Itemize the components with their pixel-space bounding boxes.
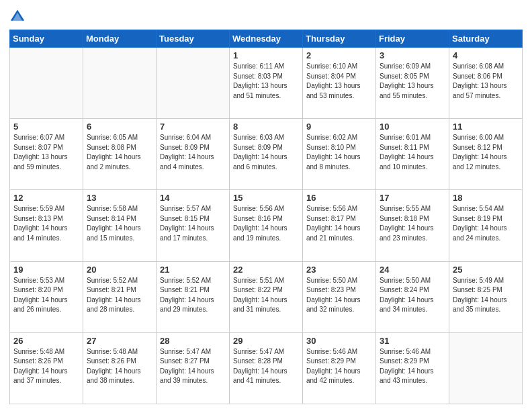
day-info: Sunrise: 6:01 AM Sunset: 8:11 PM Dayligh… xyxy=(380,133,445,172)
day-info: Sunrise: 5:56 AM Sunset: 8:17 PM Dayligh… xyxy=(306,204,372,243)
day-info: Sunrise: 5:49 AM Sunset: 8:25 PM Dayligh… xyxy=(453,276,519,315)
day-number: 3 xyxy=(380,50,445,60)
calendar-cell: 30Sunrise: 5:46 AM Sunset: 8:29 PM Dayli… xyxy=(303,332,376,404)
day-number: 26 xyxy=(13,336,79,346)
day-info: Sunrise: 5:52 AM Sunset: 8:21 PM Dayligh… xyxy=(160,276,226,315)
day-number: 27 xyxy=(87,336,152,346)
calendar-cell: 10Sunrise: 6:01 AM Sunset: 8:11 PM Dayli… xyxy=(376,119,449,190)
calendar-body: 1Sunrise: 6:11 AM Sunset: 8:03 PM Daylig… xyxy=(10,48,523,404)
day-number: 12 xyxy=(13,193,79,203)
calendar-table: SundayMondayTuesdayWednesdayThursdayFrid… xyxy=(9,30,523,404)
day-info: Sunrise: 5:56 AM Sunset: 8:16 PM Dayligh… xyxy=(233,204,299,243)
calendar-cell: 5Sunrise: 6:07 AM Sunset: 8:07 PM Daylig… xyxy=(10,119,83,190)
calendar-week-2: 5Sunrise: 6:07 AM Sunset: 8:07 PM Daylig… xyxy=(10,119,523,190)
day-info: Sunrise: 5:58 AM Sunset: 8:14 PM Dayligh… xyxy=(87,204,152,243)
day-number: 7 xyxy=(160,122,226,132)
day-info: Sunrise: 6:02 AM Sunset: 8:10 PM Dayligh… xyxy=(306,133,372,172)
day-number: 9 xyxy=(306,122,372,132)
day-info: Sunrise: 6:11 AM Sunset: 8:03 PM Dayligh… xyxy=(233,62,299,101)
calendar-cell: 3Sunrise: 6:09 AM Sunset: 8:05 PM Daylig… xyxy=(376,48,449,119)
day-info: Sunrise: 6:10 AM Sunset: 8:04 PM Dayligh… xyxy=(306,62,372,101)
calendar-cell: 26Sunrise: 5:48 AM Sunset: 8:26 PM Dayli… xyxy=(10,332,83,404)
day-info: Sunrise: 5:50 AM Sunset: 8:23 PM Dayligh… xyxy=(306,276,372,315)
day-info: Sunrise: 5:59 AM Sunset: 8:13 PM Dayligh… xyxy=(13,204,79,243)
day-info: Sunrise: 6:00 AM Sunset: 8:12 PM Dayligh… xyxy=(453,133,519,172)
day-number: 23 xyxy=(306,265,372,275)
calendar-week-1: 1Sunrise: 6:11 AM Sunset: 8:03 PM Daylig… xyxy=(10,48,523,119)
day-number: 6 xyxy=(87,122,152,132)
calendar-cell: 25Sunrise: 5:49 AM Sunset: 8:25 PM Dayli… xyxy=(449,261,523,332)
day-number: 5 xyxy=(13,122,79,132)
day-info: Sunrise: 5:52 AM Sunset: 8:21 PM Dayligh… xyxy=(87,276,152,315)
day-number: 11 xyxy=(453,122,519,132)
header xyxy=(9,8,523,24)
day-number: 29 xyxy=(233,336,299,346)
day-info: Sunrise: 5:46 AM Sunset: 8:29 PM Dayligh… xyxy=(306,347,372,386)
calendar-cell: 24Sunrise: 5:50 AM Sunset: 8:24 PM Dayli… xyxy=(376,261,449,332)
calendar-cell: 17Sunrise: 5:55 AM Sunset: 8:18 PM Dayli… xyxy=(376,190,449,261)
calendar-cell xyxy=(83,48,157,119)
day-number: 18 xyxy=(453,193,519,203)
page: SundayMondayTuesdayWednesdayThursdayFrid… xyxy=(0,0,532,411)
calendar-cell xyxy=(449,332,523,404)
calendar-week-5: 26Sunrise: 5:48 AM Sunset: 8:26 PM Dayli… xyxy=(10,332,523,404)
calendar-cell: 23Sunrise: 5:50 AM Sunset: 8:23 PM Dayli… xyxy=(303,261,376,332)
day-info: Sunrise: 5:48 AM Sunset: 8:26 PM Dayligh… xyxy=(87,347,152,386)
day-number: 25 xyxy=(453,265,519,275)
day-number: 4 xyxy=(453,50,519,60)
day-number: 15 xyxy=(233,193,299,203)
calendar-cell: 13Sunrise: 5:58 AM Sunset: 8:14 PM Dayli… xyxy=(83,190,157,261)
day-info: Sunrise: 5:57 AM Sunset: 8:15 PM Dayligh… xyxy=(160,204,226,243)
calendar-cell: 21Sunrise: 5:52 AM Sunset: 8:21 PM Dayli… xyxy=(157,261,230,332)
day-number: 28 xyxy=(160,336,226,346)
calendar-cell: 8Sunrise: 6:03 AM Sunset: 8:09 PM Daylig… xyxy=(230,119,303,190)
day-number: 17 xyxy=(380,193,445,203)
dow-header-monday: Monday xyxy=(83,30,157,48)
day-info: Sunrise: 5:46 AM Sunset: 8:29 PM Dayligh… xyxy=(380,347,445,386)
day-number: 31 xyxy=(380,336,445,346)
day-number: 19 xyxy=(13,265,79,275)
day-info: Sunrise: 6:04 AM Sunset: 8:09 PM Dayligh… xyxy=(160,133,226,172)
day-number: 2 xyxy=(306,50,372,60)
calendar-week-3: 12Sunrise: 5:59 AM Sunset: 8:13 PM Dayli… xyxy=(10,190,523,261)
dow-header-saturday: Saturday xyxy=(449,30,523,48)
day-info: Sunrise: 5:48 AM Sunset: 8:26 PM Dayligh… xyxy=(13,347,79,386)
day-info: Sunrise: 6:05 AM Sunset: 8:08 PM Dayligh… xyxy=(87,133,152,172)
calendar-cell: 9Sunrise: 6:02 AM Sunset: 8:10 PM Daylig… xyxy=(303,119,376,190)
day-number: 22 xyxy=(233,265,299,275)
calendar-cell: 2Sunrise: 6:10 AM Sunset: 8:04 PM Daylig… xyxy=(303,48,376,119)
day-number: 1 xyxy=(233,50,299,60)
calendar-cell: 16Sunrise: 5:56 AM Sunset: 8:17 PM Dayli… xyxy=(303,190,376,261)
calendar-cell: 1Sunrise: 6:11 AM Sunset: 8:03 PM Daylig… xyxy=(230,48,303,119)
dow-header-sunday: Sunday xyxy=(10,30,83,48)
day-number: 16 xyxy=(306,193,372,203)
calendar-cell: 18Sunrise: 5:54 AM Sunset: 8:19 PM Dayli… xyxy=(449,190,523,261)
dow-header-wednesday: Wednesday xyxy=(230,30,303,48)
day-info: Sunrise: 6:08 AM Sunset: 8:06 PM Dayligh… xyxy=(453,62,519,101)
calendar-cell: 15Sunrise: 5:56 AM Sunset: 8:16 PM Dayli… xyxy=(230,190,303,261)
day-info: Sunrise: 5:53 AM Sunset: 8:20 PM Dayligh… xyxy=(13,276,79,315)
calendar-cell: 28Sunrise: 5:47 AM Sunset: 8:27 PM Dayli… xyxy=(157,332,230,404)
calendar-cell: 19Sunrise: 5:53 AM Sunset: 8:20 PM Dayli… xyxy=(10,261,83,332)
dow-header-friday: Friday xyxy=(376,30,449,48)
calendar-cell: 22Sunrise: 5:51 AM Sunset: 8:22 PM Dayli… xyxy=(230,261,303,332)
day-info: Sunrise: 5:55 AM Sunset: 8:18 PM Dayligh… xyxy=(380,204,445,243)
day-number: 13 xyxy=(87,193,152,203)
calendar-cell: 14Sunrise: 5:57 AM Sunset: 8:15 PM Dayli… xyxy=(157,190,230,261)
logo xyxy=(9,8,28,24)
dow-header-tuesday: Tuesday xyxy=(157,30,230,48)
day-info: Sunrise: 5:51 AM Sunset: 8:22 PM Dayligh… xyxy=(233,276,299,315)
day-number: 8 xyxy=(233,122,299,132)
day-info: Sunrise: 6:03 AM Sunset: 8:09 PM Dayligh… xyxy=(233,133,299,172)
logo-icon xyxy=(9,8,26,24)
dow-header-thursday: Thursday xyxy=(303,30,376,48)
calendar-cell xyxy=(157,48,230,119)
day-number: 24 xyxy=(380,265,445,275)
day-info: Sunrise: 6:09 AM Sunset: 8:05 PM Dayligh… xyxy=(380,62,445,101)
calendar-cell: 7Sunrise: 6:04 AM Sunset: 8:09 PM Daylig… xyxy=(157,119,230,190)
day-info: Sunrise: 5:50 AM Sunset: 8:24 PM Dayligh… xyxy=(380,276,445,315)
day-number: 10 xyxy=(380,122,445,132)
calendar-cell: 11Sunrise: 6:00 AM Sunset: 8:12 PM Dayli… xyxy=(449,119,523,190)
day-info: Sunrise: 5:47 AM Sunset: 8:27 PM Dayligh… xyxy=(160,347,226,386)
day-number: 14 xyxy=(160,193,226,203)
